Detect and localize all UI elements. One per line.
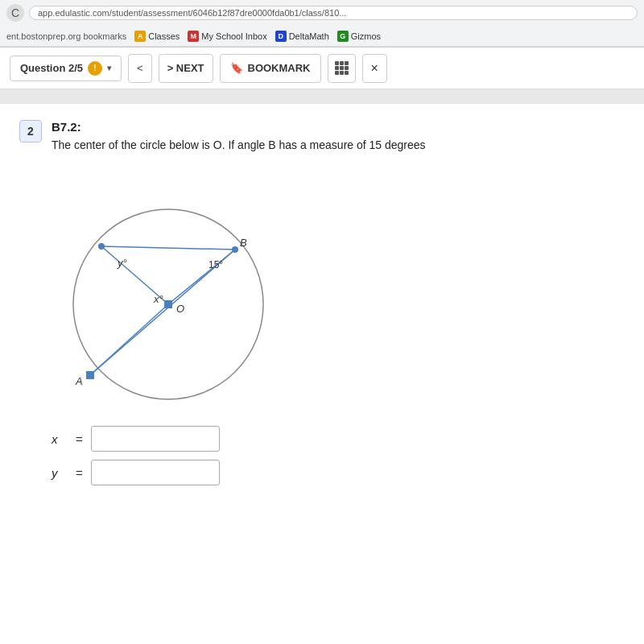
- svg-text:B: B: [240, 237, 247, 249]
- svg-text:O: O: [176, 303, 184, 315]
- chevron-down-icon: ▾: [107, 64, 111, 72]
- deltamath-icon: D: [275, 31, 287, 42]
- gizmos-icon: G: [337, 31, 349, 42]
- school-inbox-icon: M: [188, 31, 199, 42]
- deltamath-bookmark[interactable]: D DeltaMath: [275, 31, 329, 42]
- y-input-row: y =: [52, 460, 625, 485]
- browser-chrome: C app.edulastic.com/student/assessment/6…: [0, 0, 644, 47]
- x-input[interactable]: [91, 426, 220, 452]
- bookmarks-bar: ent.bostonprep.org bookmarks A Classes M…: [0, 26, 644, 47]
- diagram-area: y° 15° x° O B A: [52, 163, 625, 416]
- y-input[interactable]: [91, 460, 220, 485]
- x-equals: =: [76, 432, 83, 446]
- svg-line-4: [101, 246, 235, 250]
- grid-icon: [335, 61, 349, 75]
- main-content: 2 B7.2: The center of the circle below i…: [0, 104, 644, 510]
- svg-text:A: A: [75, 375, 83, 387]
- question-text: The center of the circle below is O. If …: [52, 137, 426, 154]
- bookmarks-label: ent.bostonprep.org bookmarks: [6, 31, 126, 41]
- svg-text:y°: y°: [117, 257, 127, 269]
- svg-rect-6: [164, 300, 172, 308]
- toolbar: Question 2/5 ! ▾ < > NEXT 🔖 BOOKMARK ×: [0, 47, 644, 89]
- x-input-row: x =: [52, 426, 625, 452]
- x-label: x: [52, 432, 68, 446]
- y-equals: =: [76, 466, 83, 480]
- classes-bookmark[interactable]: A Classes: [134, 31, 180, 42]
- grid-button[interactable]: [328, 54, 356, 83]
- question-header: 2 B7.2: The center of the circle below i…: [19, 120, 625, 154]
- question-title: B7.2:: [52, 120, 426, 134]
- url-display: app.edulastic.com/student/assessment/604…: [29, 6, 638, 20]
- y-label: y: [52, 466, 68, 480]
- close-button[interactable]: ×: [362, 54, 387, 83]
- svg-point-8: [232, 246, 238, 253]
- prev-button[interactable]: <: [128, 54, 152, 83]
- question-number-badge: 2: [19, 120, 42, 142]
- circle-diagram: y° 15° x° O B A: [52, 163, 293, 413]
- alert-icon: !: [88, 61, 102, 76]
- bookmark-button[interactable]: 🔖 BOOKMARK: [220, 54, 321, 83]
- back-button[interactable]: C: [6, 4, 24, 22]
- next-button[interactable]: > NEXT: [159, 54, 213, 83]
- gizmos-bookmark[interactable]: G Gizmos: [337, 31, 381, 42]
- url-bar: C app.edulastic.com/student/assessment/6…: [0, 0, 644, 26]
- classes-icon: A: [134, 31, 146, 42]
- separator-band: [0, 89, 644, 104]
- question-counter: Question 2/5 ! ▾: [10, 56, 122, 81]
- svg-text:x°: x°: [153, 293, 163, 305]
- svg-text:15°: 15°: [208, 259, 223, 270]
- bookmark-icon: 🔖: [230, 62, 243, 74]
- svg-rect-9: [86, 371, 94, 379]
- svg-point-7: [98, 243, 105, 250]
- school-inbox-bookmark[interactable]: M My School Inbox: [188, 31, 266, 42]
